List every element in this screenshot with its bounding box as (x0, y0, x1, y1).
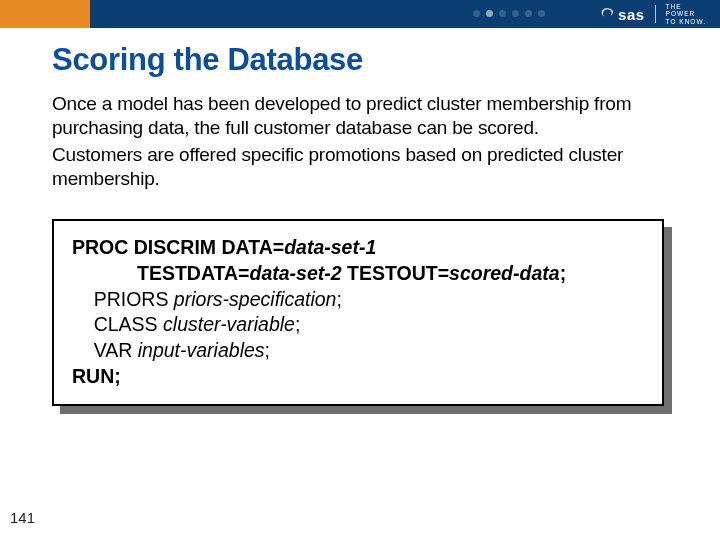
brand-tagline: THE POWER TO KNOW. (666, 3, 706, 25)
header-accent (0, 0, 90, 28)
code-kw: PROC DISCRIM DATA= (72, 236, 284, 258)
code-arg: input-variables (138, 339, 265, 361)
tagline-line: POWER (666, 10, 706, 17)
code-line: PRIORS priors-specification; (72, 287, 646, 313)
code-kw: PRIORS (72, 288, 174, 310)
paragraph: Customers are offered specific promotion… (52, 143, 668, 192)
code-arg: priors-specification (174, 288, 337, 310)
dot (512, 10, 519, 17)
paragraph: Once a model has been developed to predi… (52, 92, 668, 141)
code-line: RUN; (72, 364, 646, 390)
code-kw: VAR (72, 339, 138, 361)
code-line: PROC DISCRIM DATA=data-set-1 (72, 235, 646, 261)
code-punc: ; (265, 339, 270, 361)
code-arg: scored-data (449, 262, 560, 284)
dot (538, 10, 545, 17)
sas-swoosh-icon (600, 7, 614, 21)
dot (499, 10, 506, 17)
sas-logo: sas (600, 6, 645, 23)
tagline-line: TO KNOW. (666, 18, 706, 25)
tagline-line: THE (666, 3, 706, 10)
dot (473, 10, 480, 17)
code-arg: cluster-variable (163, 313, 295, 335)
content-area: Scoring the Database Once a model has be… (0, 28, 720, 406)
code-block: PROC DISCRIM DATA=data-set-1 TESTDATA=da… (52, 219, 664, 405)
code-arg: data-set-1 (284, 236, 376, 258)
slide: sas THE POWER TO KNOW. Scoring the Datab… (0, 0, 720, 540)
code-punc: ; (560, 262, 567, 284)
code-line: VAR input-variables; (72, 338, 646, 364)
code-kw: RUN; (72, 365, 121, 387)
page-number: 141 (10, 509, 35, 526)
code-line: CLASS cluster-variable; (72, 312, 646, 338)
slide-title: Scoring the Database (52, 42, 668, 78)
dot-active (486, 10, 493, 17)
brand-block: sas THE POWER TO KNOW. (600, 0, 706, 28)
dot (525, 10, 532, 17)
code-box: PROC DISCRIM DATA=data-set-1 TESTDATA=da… (52, 219, 664, 405)
code-kw: CLASS (72, 313, 163, 335)
code-kw: TESTDATA= (72, 262, 250, 284)
header-bar: sas THE POWER TO KNOW. (0, 0, 720, 28)
code-kw: TESTOUT= (342, 262, 449, 284)
sas-logo-text: sas (618, 6, 645, 23)
code-line: TESTDATA=data-set-2 TESTOUT=scored-data; (72, 261, 646, 287)
code-punc: ; (336, 288, 341, 310)
code-arg: data-set-2 (250, 262, 342, 284)
progress-dots (473, 10, 545, 17)
code-punc: ; (295, 313, 300, 335)
brand-divider (655, 5, 656, 23)
